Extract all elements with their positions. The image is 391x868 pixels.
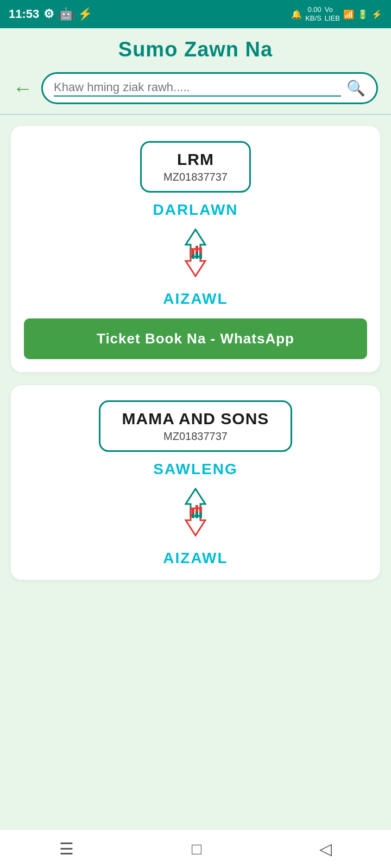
svg-rect-14	[195, 512, 198, 518]
android-icon: 🤖	[59, 7, 73, 21]
search-box: 🔍	[41, 72, 378, 104]
direction-icon-1	[174, 488, 217, 537]
usb-icon: ⚡	[78, 7, 92, 21]
app-header: Sumo Zawn Na	[0, 28, 391, 67]
kb-status: 0.00KB/S	[305, 5, 321, 22]
search-icon[interactable]: 🔍	[346, 79, 365, 97]
signal-4g-icon: 🔋	[357, 9, 368, 20]
from-location-0: DARLAWN	[153, 201, 238, 219]
bus-name-badge-1: MAMA AND SONS MZ01837737	[99, 400, 293, 452]
bus-name-1: MAMA AND SONS	[122, 410, 269, 428]
bus-id-0: MZ01837737	[163, 171, 228, 183]
bottom-nav: ☰ □ ◁	[0, 829, 391, 868]
back-button[interactable]: ←	[13, 77, 33, 100]
bus-id-1: MZ01837737	[122, 430, 269, 443]
to-location-1: AIZAWL	[163, 550, 228, 567]
svg-rect-15	[199, 513, 202, 518]
svg-rect-6	[195, 252, 198, 259]
bus-name-0: LRM	[163, 150, 228, 169]
search-input[interactable]	[54, 80, 341, 97]
nav-back-button[interactable]: ◁	[308, 834, 343, 864]
bell-icon: 🔔	[291, 9, 302, 20]
app-title: Sumo Zawn Na	[118, 38, 273, 61]
to-location-0: AIZAWL	[163, 290, 228, 308]
svg-rect-5	[192, 254, 194, 259]
status-bar: 11:53 ⚙ 🤖 ⚡ 🔔 0.00KB/S VoLIEB 📶 🔋 ⚡	[0, 0, 391, 28]
settings-icon: ⚙	[43, 7, 54, 21]
bus-card-1: MAMA AND SONS MZ01837737 SAWLENG AIZAWL	[11, 385, 380, 580]
svg-rect-7	[199, 253, 202, 259]
nav-menu-button[interactable]: ☰	[48, 834, 85, 864]
from-location-1: SAWLENG	[153, 461, 238, 478]
svg-rect-13	[192, 514, 194, 518]
direction-icon-0	[174, 228, 217, 277]
signal-icon: 📶	[343, 9, 354, 20]
status-time: 11:53	[9, 7, 39, 21]
search-area: ← 🔍	[0, 67, 391, 115]
battery-icon: ⚡	[371, 9, 382, 20]
bus-name-badge-0: LRM MZ01837737	[140, 141, 251, 193]
card-list: LRM MZ01837737 DARLAWN AIZAWL Ticket Boo	[0, 115, 391, 829]
vo-status: VoLIEB	[325, 5, 340, 22]
book-button-0[interactable]: Ticket Book Na - WhatsApp	[24, 318, 367, 359]
bus-card-0: LRM MZ01837737 DARLAWN AIZAWL Ticket Boo	[11, 126, 380, 372]
nav-home-button[interactable]: □	[181, 834, 212, 864]
